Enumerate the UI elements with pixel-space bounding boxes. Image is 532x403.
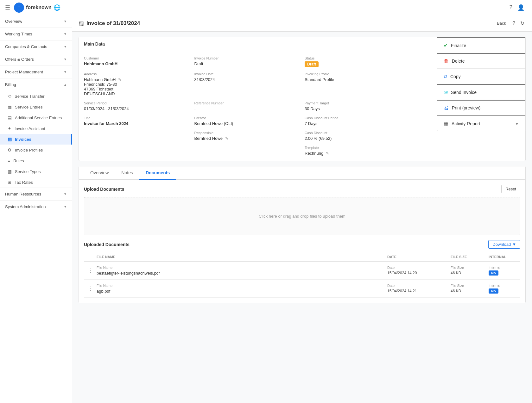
status-cell: Status Draft [305,56,410,67]
sidebar-group-sys-admin[interactable]: System Administration ▼ [0,201,72,213]
service-types-icon: ▩ [8,169,12,174]
sidebar-group-offers[interactable]: Offers & Orders ▼ [0,53,72,65]
finalize-button[interactable]: ✔ Finalize [437,37,525,53]
invoice-date-label: Invoice Date [194,72,300,76]
sidebar-group-offers-label: Offers & Orders [5,57,34,62]
service-entries-icon: ▦ [8,104,12,109]
sidebar-item-service-entries[interactable]: ▦ Service Entries [0,102,72,112]
file-size-value-1: 46 KB [451,271,489,275]
invoice-date-value: 31/03/2024 [194,77,300,82]
file-name-label-1: File Name [97,266,387,270]
file-name-2: File Name agb.pdf [97,284,387,294]
cash-discount-period-label: Cash Discount Period [305,116,410,120]
copy-label: Copy [450,74,461,79]
cash-discount-value: 2.00 % (€9.52) [305,136,410,141]
invoicing-profile-value: Standard Profile [305,77,410,82]
brand-logo: f [14,3,24,13]
chevron-down-icon: ▼ [64,32,67,36]
file-date-1: Date 15/04/2024 14:20 [387,266,451,275]
sidebar-section-offers: Offers & Orders ▼ [0,53,72,66]
user-button[interactable]: 👤 [515,3,527,12]
delete-button[interactable]: 🗑 Delete [437,53,525,69]
file-menu-button-1[interactable]: ⋮ [84,267,97,274]
upload-zone[interactable]: Click here or drag and drop files to upl… [84,197,520,235]
sidebar-item-invoice-assistant-label: Invoice Assistant [15,126,45,131]
delete-icon: 🗑 [444,58,449,64]
service-transfer-icon: ⟲ [8,94,11,99]
invoice-date-cell: Invoice Date 31/03/2024 [194,72,300,96]
send-invoice-label: Send Invoice [451,90,477,95]
cash-discount-cell: Cash Discount 2.00 % (€9.52) [305,131,410,141]
main-data-card: Main Data ✎ Customer Hohlmann GmbH Invoi… [79,37,526,161]
send-invoice-icon: ✉ [444,89,448,95]
sidebar-section-hr: Human Ressources ▼ [0,188,72,201]
tab-overview[interactable]: Overview [84,166,115,180]
send-invoice-button[interactable]: ✉ Send Invoice [437,84,525,100]
creator-label: Creator [194,116,300,120]
page-icon: ▨ [79,20,84,27]
sidebar-item-service-types-label: Service Types [15,169,41,174]
sidebar-section-companies: Companies & Contacts ▼ [0,40,72,53]
reset-button[interactable]: Reset [501,185,520,193]
finalize-label: Finalize [451,43,466,48]
file-name-1: File Name bestaetigter-leistungsnachweis… [97,266,387,276]
service-period-label: Service Period [84,101,189,105]
sidebar-item-invoice-assistant[interactable]: ✦ Invoice Assistant [0,123,72,134]
sidebar-group-companies-label: Companies & Contacts [5,44,47,49]
sidebar-group-overview[interactable]: Overview ▼ [0,15,72,28]
cash-discount-period-value: 7 Days [305,121,410,126]
sidebar-item-tax-rates-label: Tax Rates [15,180,33,185]
sidebar-group-companies[interactable]: Companies & Contacts ▼ [0,40,72,53]
file-menu-button-2[interactable]: ⋮ [84,285,97,292]
service-period-cell: Service Period 01/03/2024 - 31/03/2024 [84,101,189,111]
responsible-value: Bernfried Howe ✎ [194,136,300,141]
copy-button[interactable]: ⧉ Copy [437,69,525,84]
sidebar-item-tax-rates[interactable]: ⊞ Tax Rates [0,177,72,188]
title-value: Invoice for March 2024 [84,121,189,126]
refresh-icon[interactable]: ↻ [519,19,526,28]
invoices-icon: ▨ [8,137,12,142]
cash-discount-period-cell: Cash Discount Period 7 Days [305,116,410,126]
sidebar-item-service-entries-label: Service Entries [15,105,42,109]
sidebar-group-hr[interactable]: Human Ressources ▼ [0,188,72,200]
help-button[interactable]: ? [507,3,515,12]
sidebar-group-billing[interactable]: Billing ▲ [0,78,72,91]
sidebar-item-invoices[interactable]: ▨ Invoices [0,134,72,145]
sidebar-item-service-transfer[interactable]: ⟲ Service Transfer [0,91,72,102]
print-preview-button[interactable]: 🖨 Print (preview) [437,100,525,115]
sidebar-item-invoice-profiles[interactable]: ⚙ Invoice Profiles [0,145,72,155]
main-content: ▨ Invoice of 31/03/2024 Back ? ↻ Main Da… [72,15,532,403]
tabs-bar: Overview Notes Documents [79,166,525,180]
invoice-number-label: Invoice Number [194,56,300,60]
sidebar-item-rules[interactable]: ≡ Rules [0,155,72,166]
activity-report-label: Activity Report [452,121,480,126]
template-edit-button[interactable]: ✎ [326,151,329,156]
sidebar-item-additional-service-entries[interactable]: ▤ Additional Service Entries [0,112,72,123]
tab-documents[interactable]: Documents [139,166,176,180]
file-size-value-2: 46 KB [451,289,489,293]
internal-badge-1: No [489,270,498,276]
invoice-number-cell: Invoice Number Draft [194,56,300,67]
activity-report-button[interactable]: ▦ Activity Report ▼ [437,115,525,131]
back-button[interactable]: Back [494,20,509,27]
sidebar-group-working-times[interactable]: Working Times ▼ [0,28,72,40]
address-label: Address [84,72,189,76]
file-date-value-2: 15/04/2024 14:21 [387,289,451,293]
menu-icon[interactable]: ☰ [5,4,10,11]
address-edit-button[interactable]: ✎ [118,78,121,82]
sidebar-item-invoice-profiles-label: Invoice Profiles [15,148,43,152]
tab-notes[interactable]: Notes [115,166,139,180]
sidebar-item-invoices-label: Invoices [15,137,31,142]
help-icon[interactable]: ? [511,19,516,28]
download-label: Download [492,242,511,247]
print-preview-label: Print (preview) [452,105,480,110]
sidebar-group-project[interactable]: Project Management ▼ [0,66,72,78]
chevron-down-icon: ▼ [64,20,67,23]
download-button[interactable]: Download ▼ [488,240,520,249]
dropdown-arrow-icon: ▼ [515,121,519,126]
table-row: ⋮ File Name agb.pdf Date 15/04/2024 14:2… [84,280,520,298]
file-internal-label-2: Internal [489,283,520,287]
sidebar-item-service-types[interactable]: ▩ Service Types [0,166,72,177]
app-body: Overview ▼ Working Times ▼ Companies & C… [0,15,532,403]
responsible-edit-button[interactable]: ✎ [225,136,228,141]
